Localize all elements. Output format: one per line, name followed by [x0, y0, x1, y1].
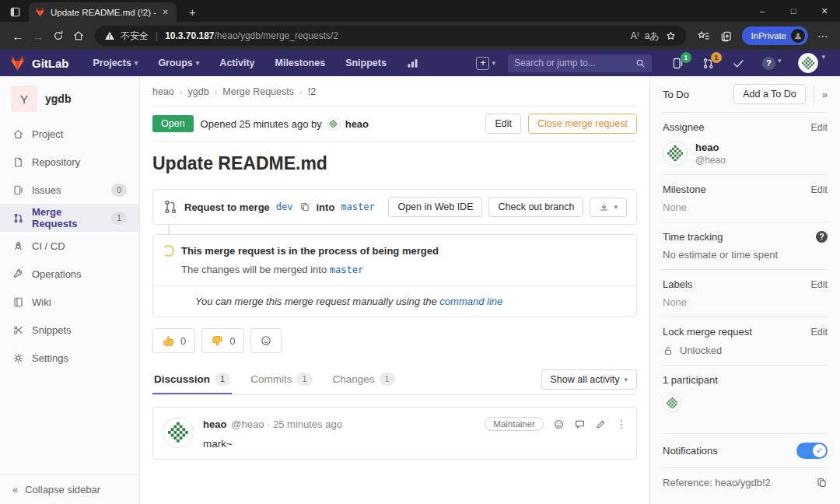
- scissors-icon: [12, 324, 24, 336]
- sidebar-item-snippets[interactable]: Snippets: [0, 316, 139, 344]
- address-bar[interactable]: 不安全 | 10.3.70.187/heao/ygdb/merge_reques…: [95, 26, 686, 46]
- url-text[interactable]: 10.3.70.187/heao/ygdb/merge_requests/2: [165, 30, 338, 41]
- project-avatar: Y: [11, 86, 37, 112]
- time-tracking-help-icon[interactable]: ?: [816, 231, 828, 243]
- favorites-icon[interactable]: [697, 30, 710, 43]
- nav-groups[interactable]: Groups▾: [151, 58, 206, 68]
- edit-button[interactable]: Edit: [485, 114, 521, 134]
- home-button[interactable]: [68, 30, 89, 42]
- new-tab-button[interactable]: +: [184, 5, 201, 19]
- close-merge-request-button[interactable]: Close merge request: [528, 114, 637, 134]
- author-name[interactable]: heao: [345, 118, 369, 130]
- comment-author-name[interactable]: heao: [203, 418, 226, 430]
- user-menu-button[interactable]: ▾: [793, 53, 831, 73]
- charts-icon[interactable]: [400, 58, 425, 69]
- milestone-value: None: [663, 201, 828, 213]
- sidebar-item-wiki[interactable]: Wiki: [0, 288, 139, 316]
- close-window-button[interactable]: ✕: [809, 0, 840, 22]
- request-to-merge-label: Request to merge: [184, 201, 270, 213]
- close-tab-icon[interactable]: ✕: [161, 8, 170, 16]
- search-icon: [635, 58, 646, 68]
- search-input[interactable]: Search or jump to...: [508, 54, 652, 72]
- edit-assignee-link[interactable]: Edit: [810, 122, 828, 133]
- merging-spinner-icon: [163, 245, 174, 257]
- sidebar-item-repository[interactable]: Repository: [0, 148, 139, 176]
- tab-discussion[interactable]: Discussion 1: [152, 364, 232, 394]
- new-menu-button[interactable]: + ▾: [476, 57, 495, 70]
- sidebar-item-issues[interactable]: Issues 0: [0, 176, 139, 204]
- assignee-avatar[interactable]: [663, 141, 688, 166]
- download-dropdown-button[interactable]: ▾: [590, 198, 627, 217]
- nav-projects[interactable]: Projects▾: [86, 58, 145, 68]
- help-icon: ?: [762, 57, 775, 70]
- author-avatar[interactable]: [327, 117, 341, 131]
- edit-labels-link[interactable]: Edit: [810, 279, 828, 290]
- read-aloud-icon[interactable]: A⁾: [631, 30, 639, 41]
- tab-actions-icon[interactable]: [9, 6, 21, 18]
- collections-icon[interactable]: [719, 30, 733, 43]
- more-actions-icon[interactable]: ⋮: [616, 418, 627, 430]
- forward-button[interactable]: →: [28, 30, 48, 43]
- breadcrumb: heao › ygdb › Merge Requests › !2: [152, 76, 637, 107]
- nav-snippets[interactable]: Snippets: [338, 58, 394, 68]
- notifications-toggle[interactable]: ✓: [796, 443, 828, 459]
- reply-comment-icon[interactable]: [574, 418, 586, 430]
- nav-activity[interactable]: Activity: [212, 58, 261, 68]
- tab-changes[interactable]: Changes 1: [331, 364, 397, 394]
- todo-title: To Do: [663, 89, 733, 100]
- target-branch-link[interactable]: master: [330, 264, 363, 275]
- nav-milestones[interactable]: Milestones: [268, 58, 333, 68]
- breadcrumb-section[interactable]: Merge Requests: [222, 86, 294, 97]
- target-branch-link[interactable]: master: [341, 201, 374, 212]
- inprivate-badge[interactable]: InPrivate: [742, 26, 808, 45]
- back-button[interactable]: ←: [8, 30, 28, 43]
- toggle-check-icon: ✓: [813, 444, 826, 457]
- source-branch-link[interactable]: dev: [276, 201, 293, 212]
- project-header[interactable]: Y ygdb: [0, 76, 139, 120]
- edit-milestone-link[interactable]: Edit: [810, 184, 828, 195]
- chevron-down-icon: ▾: [821, 53, 825, 73]
- sidebar-item-cicd[interactable]: CI / CD: [0, 232, 139, 260]
- help-menu-button[interactable]: ? ▾: [757, 57, 787, 70]
- comment-author-avatar[interactable]: [163, 417, 194, 448]
- add-emoji-button[interactable]: [250, 328, 282, 353]
- collapse-right-sidebar-icon[interactable]: »: [822, 89, 828, 100]
- edit-comment-icon[interactable]: [595, 418, 607, 430]
- assignee-name[interactable]: heao: [695, 142, 726, 153]
- add-favorite-icon[interactable]: [665, 30, 677, 42]
- collapse-sidebar-button[interactable]: « Collapse sidebar: [0, 474, 139, 504]
- browser-menu-icon[interactable]: ⋯: [817, 30, 829, 42]
- thumbsup-button[interactable]: 0: [152, 328, 195, 353]
- add-todo-button[interactable]: Add a To Do: [733, 84, 806, 104]
- copy-reference-icon[interactable]: [816, 477, 828, 488]
- sidebar-item-merge-requests[interactable]: Merge Requests 1: [0, 204, 139, 232]
- add-reaction-icon[interactable]: [553, 418, 565, 430]
- activity-filter-dropdown[interactable]: Show all activity ▾: [541, 369, 637, 390]
- breadcrumb-project[interactable]: ygdb: [187, 86, 208, 97]
- merge-requests-dashboard-button[interactable]: 1: [696, 57, 720, 70]
- milestone-section: Milestone Edit None: [663, 174, 828, 222]
- checkout-branch-button[interactable]: Check out branch: [488, 197, 583, 217]
- thumbsdown-button[interactable]: 0: [201, 328, 244, 353]
- inprivate-label: InPrivate: [751, 31, 786, 40]
- translate-icon[interactable]: aあ: [645, 30, 660, 43]
- sidebar-item-settings[interactable]: Settings: [0, 344, 139, 372]
- copy-branch-icon[interactable]: [299, 201, 310, 212]
- maximize-button[interactable]: □: [778, 0, 809, 22]
- sidebar-item-operations[interactable]: Operations: [0, 260, 139, 288]
- mr-count-badge: 1: [111, 212, 127, 225]
- command-line-link[interactable]: command line: [439, 296, 502, 307]
- tab-commits[interactable]: Commits 1: [249, 364, 313, 394]
- browser-tab[interactable]: Update README.md (!2) - Merge ✕: [29, 2, 177, 22]
- issues-dashboard-button[interactable]: 1: [666, 57, 690, 70]
- breadcrumb-group[interactable]: heao: [152, 86, 174, 97]
- edit-lock-link[interactable]: Edit: [810, 327, 828, 338]
- open-web-ide-button[interactable]: Open in Web IDE: [388, 197, 482, 217]
- participant-avatar[interactable]: [663, 394, 681, 412]
- gitlab-logo[interactable]: GitLab: [9, 55, 69, 71]
- sidebar-item-project[interactable]: Project: [0, 120, 139, 148]
- minimize-button[interactable]: –: [747, 0, 778, 22]
- security-warning-icon[interactable]: [104, 30, 115, 41]
- todos-button[interactable]: [726, 57, 751, 70]
- refresh-button[interactable]: [48, 30, 68, 42]
